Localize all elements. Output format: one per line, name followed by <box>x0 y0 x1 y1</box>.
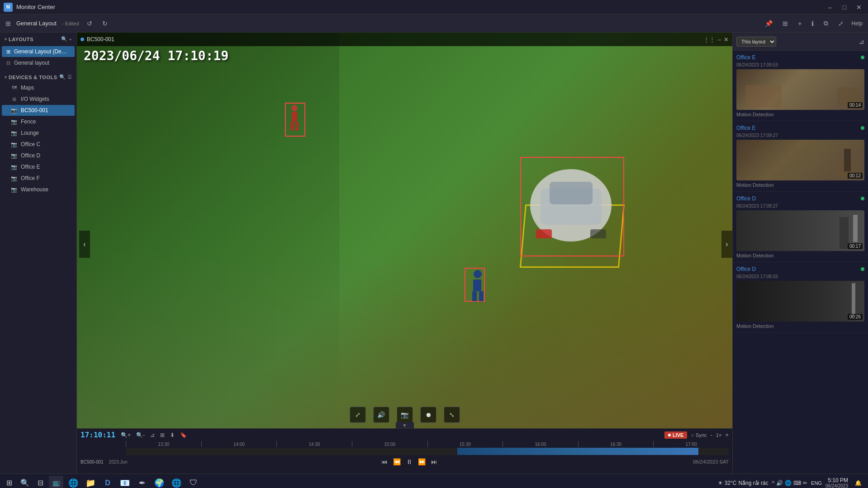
event-thumbnail-2[interactable]: 00:12 <box>736 140 864 180</box>
minimize-button[interactable]: – <box>825 2 835 13</box>
fullscreen-ctrl-btn[interactable]: ⤢ <box>350 407 366 423</box>
pin-button[interactable]: 📌 <box>763 19 775 28</box>
svg-rect-2 <box>290 122 294 131</box>
event-item-4[interactable]: Office D 06/24/2023 17:08:55 00:26 Motio… <box>733 262 868 333</box>
sidebar-item-office-c[interactable]: 📷 Office C <box>2 139 75 150</box>
fullscreen-button[interactable]: ⤢ <box>836 19 846 28</box>
devices-search-icon[interactable]: 🔍 <box>59 74 66 80</box>
sidebar-item-office-d[interactable]: 📷 Office D <box>2 150 75 161</box>
event-thumbnail-3[interactable]: 00:17 <box>736 210 864 251</box>
app-edge[interactable]: 🌐 <box>66 476 81 488</box>
skip-back-btn[interactable]: ⏮ <box>380 457 389 467</box>
pen2-icon[interactable]: ✏ <box>803 480 807 486</box>
app-mail[interactable]: 📧 <box>118 476 132 488</box>
app-security[interactable]: 🛡 <box>186 476 201 488</box>
add-view-button[interactable]: + <box>796 19 804 28</box>
event-duration-2: 00:12 <box>848 173 863 179</box>
search-button[interactable]: 🔍 <box>18 477 32 488</box>
sidebar-item-lounge[interactable]: 📷 Lounge <box>2 128 75 138</box>
cam-minimize-btn[interactable]: – <box>718 36 721 43</box>
event-cam-name-2[interactable]: Office E <box>736 125 755 131</box>
redo-icon[interactable]: ↻ <box>100 19 110 28</box>
start-button[interactable]: ⊞ <box>4 477 15 488</box>
timeline-track[interactable] <box>81 448 729 455</box>
skip-forward-btn[interactable]: ⏭ <box>430 457 439 467</box>
app-pen[interactable]: ✒ <box>135 476 149 488</box>
header-bar: ⊞ General Layout - Edited ↺ ↻ 📌 ⊞ + ℹ ⧉ … <box>0 14 868 33</box>
pen-icon: ✒ <box>139 478 146 488</box>
track-bar[interactable] <box>126 448 729 455</box>
pause-btn[interactable]: ⏸ <box>405 457 414 467</box>
devices-menu-icon[interactable]: ☰ <box>67 74 72 80</box>
speed-decrease-btn[interactable]: - <box>711 431 712 438</box>
camera-view[interactable]: BC500-001 ⋮⋮ – ✕ 2023/06/24 17:10:19 <box>77 33 732 428</box>
maximize-button[interactable]: □ <box>839 2 850 13</box>
grid-btn[interactable]: ⊞ <box>158 431 166 439</box>
window-button[interactable]: ⧉ <box>821 18 830 28</box>
zoom-out-btn[interactable]: 🔍- <box>134 431 147 439</box>
download-btn[interactable]: ⬇ <box>168 431 176 439</box>
app-dahua[interactable]: D <box>100 476 115 488</box>
app-monitor-center[interactable]: 📺 <box>49 476 63 488</box>
info-button[interactable]: ℹ <box>809 19 816 28</box>
keyboard-icon[interactable]: ⌨ <box>793 480 801 486</box>
task-view-button[interactable]: ⊟ <box>35 477 46 488</box>
sidebar-item-office-e[interactable]: 📷 Office E <box>2 161 75 172</box>
language-indicator[interactable]: ENG <box>811 480 822 486</box>
timeline-current-time: 17:10:11 <box>81 431 115 439</box>
next-frame-btn[interactable]: ⏩ <box>417 457 427 467</box>
timeline-toggle-btn[interactable]: ▼ <box>396 422 414 428</box>
filter-btn[interactable]: ⊿ <box>148 431 157 439</box>
help-button[interactable]: Help <box>851 20 863 27</box>
event-item-2[interactable]: Office E 06/24/2023 17:09:27 00:12 Motio… <box>733 121 868 192</box>
nav-chevron-right[interactable]: › <box>721 231 732 258</box>
cam-menu-btn[interactable]: ⋮⋮ <box>703 36 715 43</box>
network-icon[interactable]: 🌐 <box>785 480 792 486</box>
layout-item-general-default[interactable]: ⊞ General Layout (Defa... <box>2 46 75 57</box>
bookmark-btn[interactable]: 🔖 <box>178 431 189 439</box>
close-button[interactable]: ✕ <box>854 2 864 13</box>
snapshot-ctrl-btn[interactable]: 📷 <box>397 407 413 423</box>
sidebar-item-warehouse[interactable]: 📷 Warehouse <box>2 184 75 195</box>
devices-section-header[interactable]: ▾ Devices & Tools 🔍 ☰ <box>0 71 76 82</box>
sidebar-item-office-f[interactable]: 📷 Office F <box>2 173 75 184</box>
event-type-2: Motion Detection <box>736 182 864 188</box>
cam-close-btn[interactable]: ✕ <box>724 36 729 43</box>
event-duration-4: 00:26 <box>848 314 863 320</box>
layouts-section-header[interactable]: ▾ Layouts 🔍 + <box>0 33 76 44</box>
layout-view-button[interactable]: ⊞ <box>780 19 790 28</box>
event-item-3[interactable]: Office D 06/24/2023 17:09:27 00:17 Motio… <box>733 192 868 262</box>
event-cam-name-4[interactable]: Office D <box>736 266 756 272</box>
layout-selector[interactable]: This layout <box>736 37 776 47</box>
event-item-1[interactable]: Office E 06/24/2023 17:09:53 00:14 Motio… <box>733 51 868 121</box>
sidebar-item-maps[interactable]: 🗺 Maps <box>2 82 75 93</box>
system-tray[interactable]: ^ 🔊 🌐 ⌨ ✏ <box>772 480 807 486</box>
layout-item-general[interactable]: ⊟ General layout <box>2 57 75 68</box>
notification-btn[interactable]: 🔔 <box>852 477 864 488</box>
event-cam-name-1[interactable]: Office E <box>736 54 755 61</box>
app-browser2[interactable]: 🌐 <box>169 476 184 488</box>
svg-rect-1 <box>292 112 297 122</box>
sidebar-item-fence[interactable]: 📷 Fence <box>2 116 75 127</box>
event-thumbnail-4[interactable]: 00:26 <box>736 281 864 322</box>
sidebar-item-bc500[interactable]: 📷 BC500-001 <box>2 105 75 116</box>
app-folder[interactable]: 📁 <box>83 476 98 488</box>
speed-increase-btn[interactable]: + <box>725 431 729 438</box>
undo-icon[interactable]: ↺ <box>85 19 95 28</box>
prev-frame-btn[interactable]: ⏪ <box>392 457 402 467</box>
event-duration-1: 00:14 <box>848 102 863 108</box>
panel-filter-btn[interactable]: ⊿ <box>859 38 864 45</box>
record-ctrl-btn[interactable]: ⏺ <box>420 407 436 423</box>
layouts-search-icon[interactable]: 🔍 <box>61 36 67 42</box>
app-chrome[interactable]: 🌍 <box>152 476 166 488</box>
event-cam-name-3[interactable]: Office D <box>736 195 756 202</box>
zoom-in-btn[interactable]: 🔍+ <box>119 431 133 439</box>
speaker-icon[interactable]: 🔊 <box>776 480 783 486</box>
chevron-up-icon[interactable]: ^ <box>772 480 774 486</box>
layouts-add-icon[interactable]: + <box>69 37 72 42</box>
event-thumbnail-1[interactable]: 00:14 <box>736 69 864 110</box>
sidebar-item-io-widgets[interactable]: ⊞ I/O Widgets <box>2 94 75 104</box>
nav-chevron-left[interactable]: ‹ <box>79 231 90 258</box>
more-ctrl-btn[interactable]: ⤡ <box>444 407 460 423</box>
volume-ctrl-btn[interactable]: 🔊 <box>373 407 389 423</box>
